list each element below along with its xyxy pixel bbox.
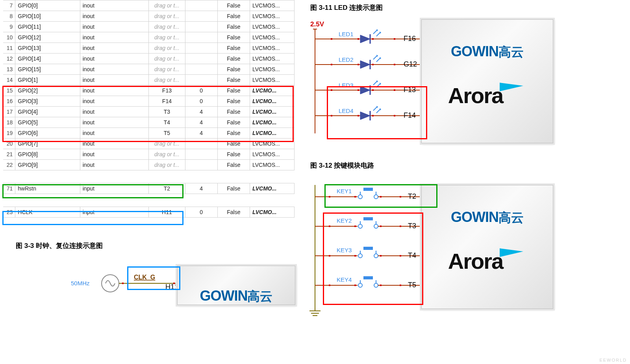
cell-loc[interactable]: drag or t... xyxy=(149,75,185,85)
table-row: 22GPIO[9]inoutdrag or t...FalseLVCMOS... xyxy=(3,160,295,170)
cell-loc[interactable]: drag or t... xyxy=(149,139,185,149)
cell-bank xyxy=(185,22,217,32)
chip-clock: GOWIN高云 xyxy=(177,266,295,305)
cell-loc[interactable]: drag or t... xyxy=(149,54,185,64)
cell-excl: False xyxy=(217,96,250,107)
right-column: 图 3-11 LED 连接示意图 2.5V LED1F16LED2G12LED3… xyxy=(307,0,626,327)
cell-dir: inout xyxy=(80,107,149,117)
table-row: 10GPIO[12]inoutdrag or t...FalseLVCMOS..… xyxy=(3,32,295,43)
svg-text:T5: T5 xyxy=(408,281,416,289)
cell-name: GPIO[8] xyxy=(15,149,80,160)
cell-loc[interactable]: drag or t... xyxy=(149,43,185,54)
cell-name: GPIO[5] xyxy=(15,117,80,128)
cell-name: GPIO[1] xyxy=(15,75,80,85)
table-row: 15GPIO[2]inoutF130FalseLVCMO... xyxy=(3,85,295,96)
svg-rect-60 xyxy=(380,196,382,198)
svg-rect-87 xyxy=(400,255,401,257)
svg-rect-65 xyxy=(354,225,356,227)
oscillator-icon xyxy=(106,281,115,286)
svg-marker-30 xyxy=(360,86,370,94)
cell-loc[interactable]: drag or t... xyxy=(149,22,185,32)
cell-loc[interactable]: drag or t... xyxy=(149,160,185,170)
cell-io: LVCMO... xyxy=(250,183,294,194)
cell-loc[interactable]: drag or t... xyxy=(149,11,185,22)
cell-idx: 17 xyxy=(3,107,15,117)
cell-loc[interactable]: drag or t... xyxy=(149,64,185,75)
table-row: 8GPIO[10]inoutdrag or t...FalseLVCMOS... xyxy=(3,11,295,22)
cell-dir: inout xyxy=(80,75,149,85)
svg-point-80 xyxy=(358,254,362,258)
cell-excl: False xyxy=(217,207,250,218)
cell-loc[interactable]: T5 xyxy=(149,128,185,139)
svg-rect-38 xyxy=(358,115,359,116)
cell-idx: 15 xyxy=(3,85,15,96)
svg-marker-10 xyxy=(360,35,370,43)
cell-loc[interactable]: drag or t... xyxy=(149,0,185,11)
svg-text:LED4: LED4 xyxy=(339,107,354,114)
cell-name: hwRstn xyxy=(15,183,80,194)
left-column: 7GPIO[0]inoutdrag or t...FalseLVCMOS...8… xyxy=(0,0,299,253)
chip-led: GOWIN高云 Arora xyxy=(421,19,553,143)
cell-idx: 12 xyxy=(3,54,15,64)
chip-key: GOWIN高云 Arora xyxy=(421,185,553,309)
table-row: 17GPIO[4]inoutT34FalseLVCMO... xyxy=(3,107,295,117)
svg-rect-18 xyxy=(358,64,359,65)
cell-dir: inout xyxy=(80,160,149,170)
svg-rect-24 xyxy=(394,64,395,65)
cell-idx: 19 xyxy=(3,128,15,139)
svg-text:LED2: LED2 xyxy=(339,56,354,63)
cell-excl: False xyxy=(217,85,250,96)
cell-idx: 18 xyxy=(3,117,15,128)
voltage-label: 2.5V xyxy=(310,20,324,28)
svg-text:KEY1: KEY1 xyxy=(337,188,352,194)
cell-name: GPIO[0] xyxy=(15,0,80,11)
clock-figure: 50MHz CLK_G H11 GOWIN高云 xyxy=(59,268,295,311)
clock-pin: H11 xyxy=(165,283,178,291)
cell-excl: False xyxy=(217,117,250,128)
caption-key: 图 3-12 按键模块电路 xyxy=(310,161,626,170)
svg-rect-97 xyxy=(363,276,373,279)
cell-io: LVCMO... xyxy=(250,96,294,107)
cell-dir: inout xyxy=(80,22,149,32)
cell-idx: 20 xyxy=(3,139,15,149)
svg-rect-28 xyxy=(358,89,359,91)
svg-rect-17 xyxy=(331,64,332,65)
table-row: 7GPIO[0]inoutdrag or t...FalseLVCMOS... xyxy=(3,0,295,11)
cell-excl: False xyxy=(217,75,250,85)
cell-bank xyxy=(185,160,217,170)
svg-text:T4: T4 xyxy=(408,251,416,259)
cell-loc[interactable]: H11 xyxy=(149,207,185,218)
table-row: 14GPIO[1]inoutdrag or t...FalseLVCMOS... xyxy=(3,75,295,85)
cell-dir: inout xyxy=(80,96,149,107)
svg-rect-91 xyxy=(354,285,356,286)
cell-idx: 8 xyxy=(3,11,15,22)
cell-excl: False xyxy=(217,107,250,117)
caption-clock: 图 3-3 时钟、复位连接示意图 xyxy=(16,241,299,250)
cell-loc[interactable]: T4 xyxy=(149,117,185,128)
cell-loc[interactable]: F14 xyxy=(149,96,185,107)
svg-rect-52 xyxy=(354,196,356,198)
cell-idx: 21 xyxy=(3,149,15,160)
cell-loc[interactable]: T3 xyxy=(149,107,185,117)
svg-rect-71 xyxy=(363,217,373,220)
cell-loc[interactable]: drag or t... xyxy=(149,149,185,160)
cell-loc[interactable]: drag or t... xyxy=(149,32,185,43)
cell-name: GPIO[4] xyxy=(15,107,80,117)
cell-name: GPIO[15] xyxy=(15,64,80,75)
svg-point-55 xyxy=(374,195,378,199)
cell-name: GPIO[2] xyxy=(15,85,80,96)
cell-excl: False xyxy=(217,11,250,22)
cell-io: LVCMOS... xyxy=(250,64,294,75)
cell-name: GPIO[9] xyxy=(15,160,80,170)
cell-dir: input xyxy=(80,183,149,194)
table-row: 20GPIO[7]inoutdrag or t...FalseLVCMOS... xyxy=(3,139,295,149)
svg-rect-13 xyxy=(372,38,374,40)
cell-loc[interactable]: F13 xyxy=(149,85,185,96)
cell-io: LVCMOS... xyxy=(250,22,294,32)
cell-loc[interactable]: T2 xyxy=(149,183,185,194)
svg-text:T3: T3 xyxy=(408,222,416,230)
svg-text:KEY2: KEY2 xyxy=(337,217,352,224)
svg-text:LED3: LED3 xyxy=(339,82,354,89)
cell-name: GPIO[3] xyxy=(15,96,80,107)
svg-point-54 xyxy=(358,195,362,199)
